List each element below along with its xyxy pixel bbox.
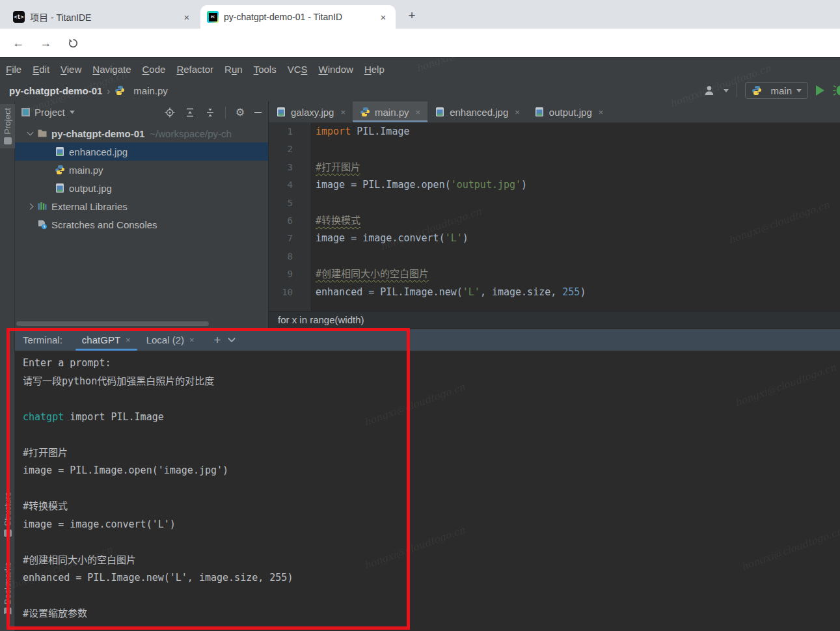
project-panel-title[interactable]: Project [34, 107, 65, 118]
stripe-tab-structure[interactable]: Structure [0, 492, 15, 537]
editor-context-strip: for x in range(width) [269, 311, 840, 328]
bookmark-icon [4, 608, 12, 615]
tab-close-icon[interactable]: × [189, 335, 195, 345]
editor-tab-galaxy-jpg[interactable]: galaxy.jpg× [269, 101, 353, 122]
code-editor[interactable]: 1import PIL.Image23#打开图片4image = PIL.Ima… [269, 123, 840, 311]
chevron-down-icon[interactable] [724, 89, 729, 92]
navigation-bar: py-chatgpt-demo-01 › main.py main [0, 79, 840, 102]
image-icon [55, 183, 65, 193]
code-line: 7image = image.convert('L') [269, 230, 840, 247]
menu-refactor[interactable]: Refactor [176, 64, 213, 75]
terminal-line: 请写一段python代码加强黑白照片的对比度 [23, 373, 837, 391]
menu-vcs[interactable]: VCS [288, 64, 308, 75]
run-play-icon[interactable] [816, 85, 824, 96]
menu-run[interactable]: Run [224, 64, 243, 75]
locate-icon[interactable] [165, 107, 175, 118]
image-file-icon [276, 107, 286, 117]
tree-item-scratches-and-consoles[interactable]: Scratches and Consoles [15, 215, 268, 234]
menu-file[interactable]: File [6, 64, 21, 75]
code-text: image = image.convert('L') [310, 230, 468, 247]
terminal-line: chatgpt import PIL.Image [23, 409, 837, 427]
tab-close-icon[interactable]: × [599, 107, 604, 117]
terminal-tab-bar: Terminal: chatGPT×Local (2)× + [15, 329, 840, 351]
breadcrumb[interactable]: py-chatgpt-demo-01 › main.py [0, 85, 168, 96]
menu-help[interactable]: Help [364, 64, 385, 75]
tool-window-icon [21, 108, 30, 116]
line-number: 9 [269, 265, 310, 283]
browser-tab-active[interactable]: PC py-chatgpt-demo-01 - TitanID × [200, 5, 396, 29]
debug-bug-icon[interactable] [832, 85, 840, 96]
menu-edit[interactable]: Edit [33, 64, 49, 75]
tree-item-py-chatgpt-demo-01[interactable]: py-chatgpt-demo-01~/workspace/py-ch [15, 124, 268, 142]
line-number: 2 [269, 141, 310, 158]
horizontal-scrollbar[interactable] [16, 321, 209, 326]
libraries-icon [37, 201, 47, 211]
browser-tab-projects[interactable]: <t> 项目 - TitanIDE × [7, 5, 199, 29]
code-text: import PIL.Image [310, 123, 410, 141]
menu-navigate[interactable]: Navigate [92, 64, 131, 75]
tab-close-icon[interactable]: × [515, 107, 520, 117]
tree-item-label: py-chatgpt-demo-01 [51, 128, 144, 139]
run-configuration-select[interactable]: main [745, 82, 808, 99]
menu-code[interactable]: Code [142, 64, 166, 75]
breadcrumb-file[interactable]: main.py [133, 85, 168, 96]
chevron-down-icon[interactable] [228, 338, 236, 343]
terminal-line: #转换模式 [23, 498, 837, 516]
tab-close-icon[interactable]: × [377, 12, 389, 23]
code-line: 6#转换模式 [269, 212, 840, 230]
editor-tab-output-jpg[interactable]: output.jpg× [527, 101, 610, 122]
chevron-down-icon [796, 89, 802, 92]
terminal-output[interactable]: Enter a prompt:请写一段python代码加强黑白照片的对比度 ch… [23, 355, 837, 631]
code-text: #打开图片 [310, 159, 360, 176]
editor-tab-label: output.jpg [549, 107, 592, 118]
tree-item-enhanced-jpg[interactable]: enhanced.jpg [15, 142, 268, 161]
tab-close-icon[interactable]: × [181, 12, 193, 23]
forward-arrow-icon[interactable]: → [38, 35, 53, 51]
code-text [310, 195, 316, 212]
python-file-icon [360, 107, 370, 117]
menu-tools[interactable]: Tools [254, 64, 277, 75]
tree-item-external-libraries[interactable]: External Libraries [15, 197, 268, 215]
hide-icon[interactable] [254, 112, 262, 113]
settings-gear-icon[interactable]: ⚙ [236, 106, 245, 118]
project-panel-toolbar: ⚙ [165, 106, 262, 118]
back-arrow-icon[interactable]: ← [10, 35, 26, 51]
project-tool-window: Project ⚙ py-chatgpt-de [15, 101, 269, 328]
chevron-right-icon[interactable] [23, 204, 37, 209]
code-line: 5 [269, 195, 840, 212]
tree-item-main-py[interactable]: main.py [15, 161, 268, 179]
structure-icon [4, 530, 12, 537]
screen: <t> 项目 - TitanIDE × PC py-chatgpt-demo-0… [0, 0, 840, 631]
editor-tab-main-py[interactable]: main.py× [353, 101, 427, 122]
tab-close-icon[interactable]: × [126, 335, 131, 345]
tree-item-label: External Libraries [51, 201, 128, 212]
context-line: for x in range(width) [278, 314, 364, 325]
stripe-tab-project[interactable]: Project [0, 104, 15, 148]
terminal-line [23, 587, 837, 606]
new-tab-icon[interactable]: + [403, 7, 420, 24]
terminal-tab-chatgpt[interactable]: chatGPT× [74, 329, 139, 351]
python-icon [752, 85, 762, 96]
reload-icon[interactable] [65, 35, 81, 51]
chevron-down-icon[interactable] [70, 111, 75, 114]
tree-item-output-jpg[interactable]: output.jpg [15, 179, 268, 197]
collapse-all-icon[interactable] [205, 107, 215, 118]
add-session-icon[interactable]: + [214, 333, 221, 347]
expand-all-icon[interactable] [185, 107, 195, 118]
toolbar-right: main [704, 79, 840, 102]
editor-tab-label: main.py [375, 107, 409, 118]
terminal-line: image = PIL.Image.open('image.jpg') [23, 462, 837, 480]
tab-close-icon[interactable]: × [340, 107, 345, 117]
breadcrumb-project[interactable]: py-chatgpt-demo-01 [9, 85, 102, 96]
stripe-tab-bookmarks[interactable]: Bookmarks [0, 562, 15, 615]
pycharm-favicon-icon: PC [207, 11, 219, 23]
tab-close-icon[interactable]: × [416, 107, 421, 117]
terminal-tab-local-2[interactable]: Local (2)× [139, 329, 202, 351]
menu-view[interactable]: View [61, 64, 81, 75]
titanide-favicon-icon: <t> [13, 11, 25, 23]
chevron-down-icon[interactable] [23, 132, 37, 135]
line-number: 10 [269, 284, 310, 301]
editor-tab-enhanced-jpg[interactable]: enhanced.jpg× [427, 101, 527, 122]
user-icon[interactable] [704, 85, 716, 96]
menu-window[interactable]: Window [319, 64, 353, 75]
